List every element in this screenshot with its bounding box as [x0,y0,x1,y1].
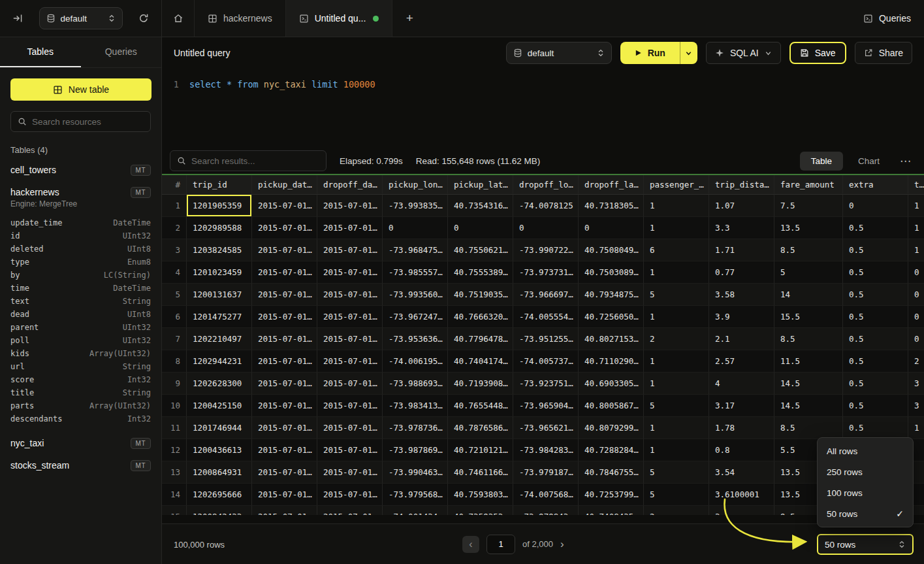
search-results-input[interactable] [191,156,319,166]
row-number-cell[interactable]: 6 [162,306,187,328]
data-cell[interactable]: -73.993835… [383,195,448,217]
data-cell[interactable]: 2015-07-01… [317,506,383,515]
data-cell[interactable]: 1200425150 [187,395,252,417]
data-cell[interactable]: 2015-07-01… [317,217,383,239]
data-cell[interactable]: -73.979843… [513,506,579,515]
data-cell[interactable]: -74.005737… [513,350,579,373]
collapse-sidebar-button[interactable] [9,10,26,27]
data-cell[interactable]: 0 [579,217,644,239]
data-cell[interactable]: 0.5 [843,306,908,328]
data-cell[interactable]: 6 [644,239,709,261]
column-header[interactable]: extra [843,175,908,194]
data-cell[interactable]: -74.006195… [383,350,448,373]
data-cell[interactable]: 1 [644,350,709,373]
data-cell[interactable]: 14.5 [774,373,843,395]
data-cell[interactable]: 5 [644,484,709,506]
data-cell[interactable]: 1200131637 [187,284,252,306]
data-cell[interactable]: -73.985557… [383,261,448,284]
data-cell[interactable]: 1 [908,417,924,439]
sidebar-table-nyc_taxi[interactable]: nyc_taxiMT [0,432,161,454]
rows-menu-item[interactable]: All rows [820,440,910,461]
data-cell[interactable]: -73.953636… [383,328,448,350]
data-cell[interactable]: -73.993560… [383,284,448,306]
sql-ai-button[interactable]: SQL AI [706,42,781,64]
data-cell[interactable]: 0 [383,217,448,239]
row-number-cell[interactable]: 10 [162,395,187,417]
row-number-cell[interactable]: 13 [162,461,187,484]
data-cell[interactable]: 2015-07-01… [252,284,317,306]
data-cell[interactable]: 1200864931 [187,461,252,484]
data-cell[interactable]: -73.965904… [513,395,579,417]
column-header[interactable]: dropoff_lo… [513,175,579,194]
run-button[interactable]: Run [620,42,680,64]
data-cell[interactable]: 11.5 [774,350,843,373]
data-cell[interactable]: 40.7555389… [448,261,513,284]
data-cell[interactable]: 0 [513,217,579,239]
sidebar-tab-tables[interactable]: Tables [0,37,81,67]
data-cell[interactable]: 5 [644,284,709,306]
prev-page-button[interactable]: ‹ [462,536,479,553]
row-number-cell[interactable]: 5 [162,284,187,306]
tab-home[interactable] [162,0,195,37]
next-page-button[interactable]: › [560,538,564,551]
data-cell[interactable]: 40.7256050… [579,306,644,328]
data-cell[interactable]: 0.5 [843,284,908,306]
data-cell[interactable]: 2.1 [709,328,774,350]
data-cell[interactable]: 1202695666 [187,484,252,506]
data-cell[interactable]: 2015-07-01… [252,373,317,395]
data-cell[interactable]: 40.7796478… [448,328,513,350]
data-cell[interactable]: -74.007568… [513,484,579,506]
rows-menu-item[interactable]: 50 rows✓ [820,503,910,524]
data-cell[interactable]: 40.7593803… [448,484,513,506]
data-cell[interactable]: 1202989588 [187,217,252,239]
data-cell[interactable]: 14.5 [774,395,843,417]
data-cell[interactable]: 2015-07-01… [317,373,383,395]
data-cell[interactable]: 2015-07-01… [252,261,317,284]
data-cell[interactable]: 5 [644,461,709,484]
data-cell[interactable]: 2015-07-01… [317,284,383,306]
data-cell[interactable]: 8.5 [774,328,843,350]
rows-menu-item[interactable]: 100 rows [820,482,910,503]
data-cell[interactable]: 2015-07-01… [252,217,317,239]
data-cell[interactable]: 0.5 [843,350,908,373]
new-tab-button[interactable]: + [392,0,426,37]
sql-editor[interactable]: 1 select * from nyc_taxi limit 100000 [162,69,924,148]
tab-untitled-query[interactable]: Untitled qu... [286,0,393,37]
row-number-cell[interactable]: 12 [162,439,187,461]
data-cell[interactable]: 1.07 [709,195,774,217]
data-cell[interactable]: -73.990722… [513,239,579,261]
data-cell[interactable]: 1 [644,261,709,284]
data-cell[interactable]: 40.7934875… [579,284,644,306]
data-cell[interactable]: 1200842433 [187,506,252,515]
data-cell[interactable]: 40.7876586… [448,417,513,439]
row-number-cell[interactable]: 1 [162,195,187,217]
data-cell[interactable]: 0 [908,261,924,284]
data-cell[interactable]: 1.78 [709,417,774,439]
data-cell[interactable]: 1 [644,306,709,328]
data-cell[interactable]: 0 [448,217,513,239]
data-cell[interactable]: 40.7404174… [448,350,513,373]
queries-button[interactable]: Queries [850,0,924,37]
column-header[interactable]: # [162,175,187,194]
page-number-input[interactable] [486,535,515,554]
data-cell[interactable]: 2015-07-01… [317,417,383,439]
data-cell[interactable]: 14 [774,284,843,306]
data-cell[interactable]: 40.7655448… [448,395,513,417]
data-cell[interactable]: 1.71 [709,239,774,261]
data-cell[interactable]: 7.5 [774,195,843,217]
data-cell[interactable]: -73.983413… [383,395,448,417]
data-cell[interactable]: 0 [908,306,924,328]
database-selector[interactable]: default [39,7,123,29]
data-cell[interactable]: 0.8 [709,439,774,461]
data-cell[interactable]: 1201746944 [187,417,252,439]
data-cell[interactable]: 40.7318305… [579,195,644,217]
data-cell[interactable]: 8.5 [774,239,843,261]
data-cell[interactable]: -73.973731… [513,261,579,284]
data-cell[interactable]: 2015-07-01… [317,328,383,350]
data-cell[interactable]: 40.7253799… [579,484,644,506]
data-cell[interactable]: 3.6100001 [709,484,774,506]
data-cell[interactable]: 0.5 [843,261,908,284]
data-cell[interactable]: 40.7354316… [448,195,513,217]
data-cell[interactable]: -73.979187… [513,461,579,484]
data-cell[interactable]: 2015-07-01… [252,239,317,261]
